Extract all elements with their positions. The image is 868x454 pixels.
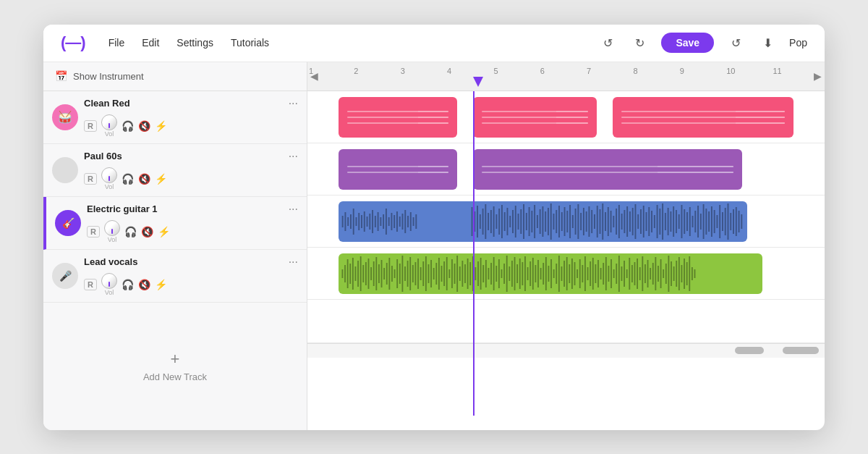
- svg-rect-5: [355, 217, 357, 226]
- svg-rect-168: [446, 257, 448, 290]
- svg-rect-102: [673, 206, 674, 237]
- svg-rect-70: [586, 211, 587, 232]
- fx-icon-electric-guitar[interactable]: ⚡: [158, 226, 170, 237]
- headphone-icon-electric-guitar[interactable]: 🎧: [124, 226, 137, 237]
- svg-rect-253: [668, 256, 669, 292]
- svg-rect-75: [599, 209, 600, 234]
- svg-rect-77: [605, 212, 606, 231]
- headphone-icon-clean-red[interactable]: 🎧: [122, 120, 134, 132]
- pattern-line: [347, 122, 448, 124]
- clip-clean-red-3[interactable]: [613, 97, 793, 138]
- clip-paul-60s-2[interactable]: [473, 149, 742, 190]
- svg-rect-228: [603, 263, 604, 285]
- svg-rect-114: [705, 209, 707, 235]
- track-more-paul-60s[interactable]: ···: [289, 150, 298, 163]
- track-name-row-clean-red: Clean Red ···: [84, 97, 298, 110]
- undo-button[interactable]: ↺: [597, 33, 618, 53]
- svg-rect-241: [637, 258, 638, 289]
- volume-knob-lead-vocals[interactable]: Vol: [101, 273, 117, 296]
- svg-rect-263: [694, 269, 695, 278]
- headphone-icon-paul-60s[interactable]: 🎧: [122, 173, 134, 185]
- mute-icon-clean-red[interactable]: 🔇: [138, 120, 150, 132]
- svg-rect-122: [727, 203, 728, 240]
- scroll-thumb-2[interactable]: [783, 347, 819, 354]
- fx-icon-paul-60s[interactable]: ⚡: [155, 173, 167, 185]
- svg-rect-95: [654, 215, 655, 228]
- genre-label: Pop: [789, 37, 807, 49]
- track-more-clean-red[interactable]: ···: [289, 97, 298, 110]
- fx-icon-clean-red[interactable]: ⚡: [155, 120, 167, 132]
- record-btn-electric-guitar[interactable]: R: [87, 226, 100, 237]
- timeline-ruler[interactable]: 1 2 3 4 5 6 7 8 9 10 11 ◀ ▶: [307, 62, 825, 91]
- volume-knob-paul-60s[interactable]: Vol: [101, 167, 117, 190]
- mute-icon-lead-vocals[interactable]: 🔇: [138, 279, 150, 290]
- svg-rect-137: [365, 262, 367, 285]
- volume-knob-clean-red[interactable]: Vol: [101, 114, 117, 138]
- clip-clean-red-1[interactable]: [339, 97, 457, 138]
- show-instrument-row[interactable]: 📅 Show Instrument: [43, 62, 307, 91]
- scrollbar-area[interactable]: [307, 343, 825, 358]
- svg-rect-145: [386, 263, 388, 285]
- svg-rect-125: [736, 207, 737, 236]
- track-more-lead-vocals[interactable]: ···: [289, 256, 298, 269]
- track-lane-electric-guitar[interactable]: [307, 196, 825, 248]
- menu-tutorials[interactable]: Tutorials: [231, 37, 269, 49]
- svg-rect-104: [678, 214, 680, 229]
- svg-rect-183: [485, 260, 487, 287]
- svg-rect-38: [498, 209, 500, 235]
- svg-rect-25: [410, 212, 412, 231]
- menu-edit[interactable]: Edit: [142, 37, 159, 49]
- svg-rect-14: [380, 217, 381, 226]
- reset-button[interactable]: ↺: [726, 33, 746, 53]
- svg-rect-37: [495, 214, 497, 229]
- pattern-line: [347, 166, 448, 167]
- scroll-thumb-1[interactable]: [735, 347, 764, 354]
- svg-rect-224: [592, 258, 594, 290]
- track-lane-paul-60s[interactable]: [307, 143, 825, 196]
- menu-file[interactable]: File: [109, 37, 125, 49]
- ruler-mark-11: 11: [773, 67, 782, 75]
- ruler-arrow-right[interactable]: ▶: [814, 70, 822, 82]
- track-lane-empty: [307, 300, 825, 343]
- pattern-line: [347, 117, 448, 118]
- svg-rect-31: [480, 214, 481, 229]
- svg-rect-260: [686, 262, 688, 285]
- svg-rect-181: [480, 258, 482, 290]
- record-btn-lead-vocals[interactable]: R: [84, 279, 97, 290]
- clip-paul-60s-1[interactable]: [339, 149, 457, 190]
- svg-rect-124: [733, 209, 734, 234]
- svg-rect-174: [461, 261, 463, 287]
- waveform-electric-guitar: [339, 201, 747, 242]
- clip-clean-red-2[interactable]: [473, 97, 597, 138]
- fx-icon-lead-vocals[interactable]: ⚡: [155, 279, 167, 290]
- clip-lead-vocals-1[interactable]: [339, 253, 762, 294]
- volume-knob-electric-guitar[interactable]: Vol: [104, 220, 120, 243]
- track-more-electric-guitar[interactable]: ···: [289, 203, 298, 216]
- svg-rect-213: [563, 261, 565, 287]
- ruler-arrow-left[interactable]: ◀: [310, 70, 318, 82]
- download-button[interactable]: ⬇: [757, 33, 778, 53]
- headphone-icon-lead-vocals[interactable]: 🎧: [122, 279, 134, 290]
- svg-rect-221: [584, 256, 586, 291]
- svg-rect-36: [493, 206, 495, 237]
- record-btn-clean-red[interactable]: R: [84, 120, 97, 132]
- record-btn-paul-60s[interactable]: R: [84, 173, 97, 185]
- svg-rect-52: [537, 215, 538, 228]
- svg-rect-230: [608, 266, 609, 282]
- svg-rect-11: [372, 210, 373, 233]
- redo-button[interactable]: ↻: [629, 33, 650, 53]
- svg-rect-214: [566, 257, 568, 290]
- menu-settings[interactable]: Settings: [176, 37, 213, 49]
- save-button[interactable]: Save: [661, 33, 714, 53]
- clip-electric-guitar-1[interactable]: [339, 201, 747, 242]
- mute-icon-electric-guitar[interactable]: 🔇: [141, 226, 153, 237]
- mute-icon-paul-60s[interactable]: 🔇: [138, 173, 150, 185]
- track-lane-lead-vocals[interactable]: [307, 248, 825, 300]
- ruler-mark-9: 9: [680, 67, 684, 75]
- add-new-track-row[interactable]: + Add New Track: [43, 303, 307, 430]
- ruler-numbers: 1 2 3 4 5 6 7 8 9 10 11: [307, 62, 825, 91]
- svg-rect-167: [443, 261, 445, 286]
- track-lane-clean-red[interactable]: [307, 91, 825, 143]
- svg-rect-33: [485, 204, 486, 239]
- track-controls-paul-60s: R Vol 🎧 🔇 ⚡: [84, 167, 298, 190]
